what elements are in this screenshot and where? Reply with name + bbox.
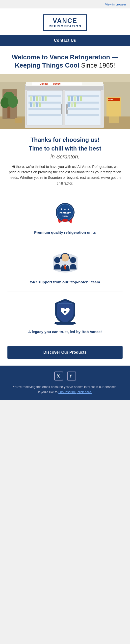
svg-rect-36 [80,96,82,101]
feature-3-label: A legacy you can trust, led by Bob Vance… [7,330,123,334]
shield-trust-icon: ★ [50,297,80,326]
feature-1-label: Premium quality refrigeration units [7,230,123,234]
feature-2: 24/7 support from our “top-notch” team [0,242,130,292]
feature-3: ★ A legacy you can trust, led by Bob Van… [0,292,130,341]
view-in-browser-link[interactable]: View in browser [105,3,126,6]
svg-rect-2 [0,74,130,82]
svg-rect-32 [68,96,70,101]
svg-rect-60 [60,256,62,259]
svg-text:QUAIM: QUAIM [62,215,68,217]
svg-rect-15 [28,114,61,116]
svg-text:★: ★ [64,310,67,314]
svg-rect-14 [28,108,61,110]
svg-marker-66 [74,322,76,324]
feature-1: ★ ★ ★ PREMLITY QUAIM Premium quality ref… [0,192,130,242]
svg-text:★ ★ ★: ★ ★ ★ [60,208,70,211]
contact-label: Contact Us [54,38,76,42]
hero-image: Dunder Mifflin [0,74,130,129]
svg-rect-16 [30,96,32,101]
footer-notice: You're receiving this email because you'… [5,384,125,395]
cta-subheading: in Scranton. [7,154,123,160]
hero-text-section: Welcome to Vance Refrigeration — Keeping… [0,46,130,74]
unsubscribe-link[interactable]: unsubscribe, click here. [59,390,92,394]
svg-rect-61 [68,256,70,259]
hero-heading: Welcome to Vance Refrigeration — Keeping… [7,53,123,70]
footer-social-icons: 𝕏 f [5,372,125,380]
logo-line1: VANCE [49,17,81,24]
svg-rect-20 [42,96,44,101]
logo-section: VANCE REFRIGERATION [0,8,130,35]
cta-section: Thanks for choosing us! Time to chill wi… [0,129,130,188]
svg-rect-67 [58,303,72,304]
svg-rect-21 [45,96,47,101]
cta-heading1: Thanks for choosing us! [7,136,123,144]
hero-image-svg: Dunder Mifflin [0,74,130,129]
svg-point-56 [62,219,68,222]
svg-point-43 [8,95,18,108]
svg-rect-35 [77,96,79,101]
hero-heading-normal: Since 1965! [79,62,115,69]
cta-button-section: Discover Our Products [0,341,130,366]
svg-rect-19 [39,96,41,101]
svg-marker-65 [54,322,57,324]
svg-rect-30 [67,108,99,110]
support-icon [50,247,80,277]
svg-rect-48 [109,116,119,123]
medal-icon: ★ ★ ★ PREMLITY QUAIM [50,198,80,227]
svg-point-58 [70,257,76,263]
svg-rect-38 [71,102,73,107]
svg-rect-37 [68,102,70,107]
svg-rect-39 [74,102,76,107]
logo-box: VANCE REFRIGERATION [43,14,87,31]
feature-2-label: 24/7 support from our “top-notch” team [7,280,123,284]
svg-rect-47 [15,118,22,123]
cta-body: Hi there, we're thrilled to have you wit… [7,164,123,186]
twitter-x-icon[interactable]: 𝕏 [54,372,63,380]
svg-rect-22 [30,102,32,107]
contact-bar[interactable]: Contact Us [0,35,130,46]
svg-text:Mifflin: Mifflin [53,82,61,85]
svg-text:PREMLITY: PREMLITY [60,212,71,214]
discover-products-button[interactable]: Discover Our Products [7,346,123,359]
svg-rect-17 [33,96,35,101]
footer: 𝕏 f You're receiving this email because … [0,366,130,400]
svg-point-57 [54,257,60,263]
logo-line2: REFRIGERATION [49,24,81,28]
svg-rect-11 [61,104,62,114]
svg-rect-25 [39,102,41,107]
svg-rect-18 [36,96,38,101]
footer-notice-text: You're receiving this email because you'… [13,385,117,389]
svg-rect-34 [74,96,76,101]
svg-text:f: f [70,374,71,378]
svg-text:𝕏: 𝕏 [57,374,60,378]
email-container: View in browser VANCE REFRIGERATION Cont… [0,0,130,400]
svg-rect-33 [71,96,73,101]
svg-rect-24 [36,102,38,107]
svg-rect-23 [33,102,35,107]
svg-text:Mifflin: Mifflin [108,98,113,100]
cta-heading2: Time to chill with the best [7,144,123,152]
svg-rect-64 [57,322,74,324]
svg-text:Dunder: Dunder [40,82,48,85]
svg-rect-31 [67,114,99,116]
footer-unsubscribe-prefix: If you'd like to [38,390,59,394]
view-in-browser-bar: View in browser [0,0,130,8]
facebook-icon[interactable]: f [67,372,76,380]
